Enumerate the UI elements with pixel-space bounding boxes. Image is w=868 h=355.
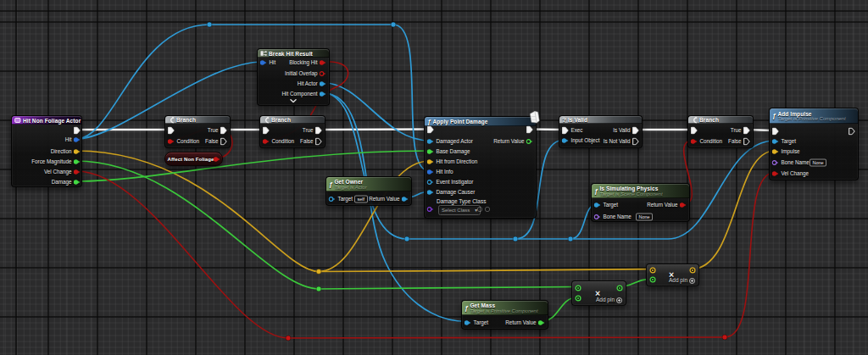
data-pin-damage-causer[interactable]: [427, 190, 435, 196]
exec-pin-true[interactable]: [220, 127, 227, 135]
node-is-valid[interactable]: ?Is ValidExecInput ObjectIs ValidIs Not …: [559, 115, 643, 148]
data-pin-damaged-actor[interactable]: [427, 139, 435, 145]
data-pin[interactable]: [649, 276, 656, 283]
expand-chevron-icon[interactable]: [290, 98, 298, 103]
data-pin-input-object[interactable]: [562, 138, 570, 144]
exec-pin[interactable]: [772, 128, 779, 136]
node-multiply-1[interactable]: ×Add pin: [571, 280, 626, 306]
data-pin-target[interactable]: [329, 196, 337, 202]
node-break-hit-result[interactable]: Break Hit ResultHitBlocking HitInitial O…: [257, 48, 330, 106]
reroute-node[interactable]: [316, 269, 321, 275]
wire-direction-to-multiply2[interactable]: [319, 269, 652, 272]
exec-pin[interactable]: [849, 128, 855, 136]
data-pin-hit[interactable]: [74, 137, 81, 143]
exec-pin[interactable]: [427, 126, 434, 134]
data-pin-initial-overlap[interactable]: [320, 70, 327, 76]
data-pin-hit-component[interactable]: [320, 91, 327, 97]
data-pin-bone-name[interactable]: [594, 214, 602, 219]
node-add-impulse[interactable]: ƒAdd ImpulseTarget is Primitive Componen…: [769, 108, 859, 180]
exec-pin-is-valid[interactable]: [632, 127, 639, 135]
data-pin-force-magnitude[interactable]: [74, 159, 81, 165]
exec-pin-true[interactable]: [743, 127, 750, 135]
data-pin-return-value[interactable]: [526, 139, 534, 145]
node-apply-point-damage[interactable]: ƒApply Point DamageDamaged ActorBase Dam…: [424, 116, 537, 219]
exec-pin-true[interactable]: [315, 127, 322, 135]
exec-pin[interactable]: [526, 126, 533, 134]
data-pin-target[interactable]: [594, 202, 602, 208]
data-pin[interactable]: [649, 267, 656, 274]
reroute-node[interactable]: [568, 236, 573, 241]
node-branch-3[interactable]: BranchConditionTrueFalse: [687, 115, 754, 148]
asset-picker-icon[interactable]: [477, 206, 483, 212]
exec-pin-false[interactable]: [743, 137, 750, 145]
wire-velchange-to-addimpulse[interactable]: [725, 173, 775, 338]
data-pin[interactable]: [689, 267, 696, 274]
exec-pin-false[interactable]: [315, 137, 322, 145]
data-pin-bone-name[interactable]: [772, 159, 780, 165]
node-multiply-2[interactable]: ×Add pin: [646, 263, 699, 286]
exec-pin[interactable]: [74, 127, 81, 135]
wire-forcemagnitude-to-multiply1[interactable]: [319, 287, 577, 290]
node-get-owner[interactable]: ƒGet OwnerTarget is ActorTargetselfRetur…: [326, 176, 412, 206]
value-box[interactable]: None: [636, 213, 653, 220]
data-pin-hit[interactable]: [260, 60, 268, 66]
wire-direction-to-reroute[interactable]: [76, 151, 319, 272]
node-branch-1[interactable]: BranchConditionTrueFalse: [164, 115, 231, 148]
data-pin-target[interactable]: [772, 139, 780, 145]
reroute-node[interactable]: [513, 236, 518, 241]
data-pin-condition[interactable]: [691, 138, 698, 144]
data-pin[interactable]: [575, 295, 581, 302]
data-pin-return-value[interactable]: [538, 319, 546, 325]
data-pin[interactable]: [214, 156, 221, 162]
node-header-text: Is Simulating PhysicsTarget is Scene Com…: [599, 186, 662, 197]
add-pin-button[interactable]: Add pin: [669, 278, 695, 284]
data-pin-hit-from-direction[interactable]: [427, 159, 435, 165]
exec-pin[interactable]: [168, 127, 175, 135]
blueprint-graph-canvas[interactable]: Hit Non Foliage ActorHitDirectionForce M…: [0, 0, 868, 355]
data-pin-return-value[interactable]: [680, 202, 687, 208]
exec-pin-exec[interactable]: [562, 127, 569, 135]
data-pin-impulse[interactable]: [772, 149, 780, 155]
data-pin-hit-actor[interactable]: [320, 80, 327, 86]
data-pin-target[interactable]: [465, 319, 472, 325]
data-pin-condition[interactable]: [168, 138, 175, 144]
data-pin-damage[interactable]: [74, 180, 81, 186]
pin-label: Force Magnitude: [31, 158, 71, 164]
data-pin-return-value[interactable]: [402, 196, 409, 202]
data-pin-vel-change[interactable]: [772, 170, 780, 176]
variable-node-var-affect-non-foliage[interactable]: Affect Non Foliage: [164, 152, 223, 166]
exec-pin[interactable]: [691, 127, 698, 135]
reroute-node[interactable]: [207, 22, 212, 27]
exec-pin[interactable]: [263, 127, 270, 135]
node-get-mass[interactable]: ƒGet MassTarget is Primitive ComponentTa…: [461, 300, 548, 330]
class-select-dropdown[interactable]: Select Class▾: [438, 205, 481, 215]
data-pin-blocking-hit[interactable]: [320, 60, 327, 66]
wire-velchange-bottom-span[interactable]: [288, 337, 725, 338]
value-box[interactable]: self: [354, 195, 368, 202]
data-pin-hit-info[interactable]: [427, 169, 435, 175]
reroute-node[interactable]: [316, 286, 321, 291]
add-pin-button[interactable]: Add pin: [596, 297, 622, 303]
value-box[interactable]: None: [810, 158, 826, 166]
node-event-hit-non-foliage-actor[interactable]: Hit Non Foliage ActorHitDirectionForce M…: [11, 115, 82, 187]
data-pin-direction[interactable]: [74, 149, 81, 155]
function-icon: ƒ: [465, 305, 468, 312]
reroute-node[interactable]: [404, 236, 409, 241]
exec-pin-false[interactable]: [220, 137, 227, 145]
node-is-simulating-physics[interactable]: ƒIs Simulating PhysicsTarget is Scene Co…: [591, 183, 690, 222]
data-pin-base-damage[interactable]: [427, 149, 435, 155]
asset-picker-icon[interactable]: [484, 206, 490, 212]
exec-pin-is-not-valid[interactable]: [632, 137, 639, 145]
data-pin-condition[interactable]: [263, 138, 270, 144]
node-branch-2[interactable]: BranchConditionTrueFalse: [259, 115, 326, 148]
reroute-node[interactable]: [391, 22, 396, 27]
reroute-node[interactable]: [722, 335, 727, 340]
data-pin[interactable]: [616, 285, 623, 291]
pin-label: Is Valid: [613, 127, 630, 133]
reroute-node[interactable]: [286, 336, 291, 341]
wire-multiply2-to-impulse[interactable]: [692, 151, 775, 269]
data-pin-vel-change[interactable]: [74, 169, 81, 175]
data-pin-event-instigator[interactable]: [427, 180, 435, 186]
data-pin[interactable]: [575, 285, 581, 291]
data-pin[interactable]: [427, 206, 435, 212]
